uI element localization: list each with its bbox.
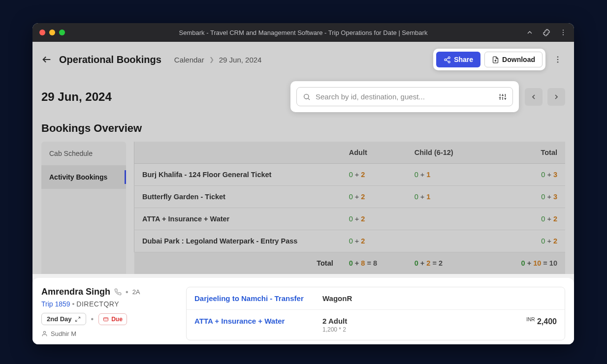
sidebar-tabs: Cab Schedule Activity Bookings xyxy=(41,142,126,274)
breadcrumb: Calendar ❯ 29 Jun, 2024 xyxy=(174,56,262,64)
share-label: Share xyxy=(454,56,473,63)
page-content: Operational Bookings Calendar ❯ 29 Jun, … xyxy=(32,42,574,274)
detail-row: ATTA + Insurance + Water 2 Adult1,200 * … xyxy=(187,310,565,340)
col-total: Total xyxy=(488,142,565,164)
topbar: Operational Bookings Calendar ❯ 29 Jun, … xyxy=(32,42,574,77)
search-highlight xyxy=(290,81,519,112)
svg-line-24 xyxy=(78,317,80,319)
expand-icon xyxy=(75,316,81,322)
separator-dot: • xyxy=(91,315,94,324)
row-child: 0 + 1 xyxy=(407,164,488,186)
separator-dot: • xyxy=(126,288,128,297)
next-date-button[interactable] xyxy=(547,88,565,106)
share-icon xyxy=(444,56,451,63)
row-total: 0 + 3 xyxy=(488,186,565,208)
svg-line-25 xyxy=(75,320,77,322)
row-adult: 0 + 2 xyxy=(341,208,407,230)
detail-sub: 1,200 * 2 xyxy=(322,326,526,333)
breadcrumb-date: 29 Jun, 2024 xyxy=(219,56,262,64)
date-row: 29 Jun, 2024 xyxy=(32,77,574,122)
date-heading: 29 Jun, 2024 xyxy=(41,90,112,104)
date-pager xyxy=(525,88,565,106)
svg-point-10 xyxy=(557,56,559,58)
search-box[interactable] xyxy=(296,87,513,106)
svg-point-13 xyxy=(304,94,309,98)
overview-row: Cab Schedule Activity Bookings Adult Chi… xyxy=(32,142,574,274)
row-adult: 0 + 2 xyxy=(341,164,407,186)
row-name: Burj Khalifa - 124 Floor General Ticket xyxy=(134,164,341,186)
detail-item-link[interactable]: Darjeeling to Namchi - Transfer xyxy=(194,294,322,303)
due-badge: Due xyxy=(98,313,127,325)
sales-rep: Sudhir M xyxy=(51,330,76,337)
table-row: ATTA + Insurance + Water 0 + 2 0 + 2 xyxy=(134,208,566,230)
row-name: ATTA + Insurance + Water xyxy=(134,208,341,230)
footer-label: Total xyxy=(134,252,341,274)
table-row: Dubai Park : Legoland Waterpark - Entry … xyxy=(134,230,566,252)
share-button[interactable]: Share xyxy=(436,52,480,67)
footer-total: 0 + 10 = 10 xyxy=(488,252,565,274)
svg-line-14 xyxy=(308,98,310,100)
svg-line-7 xyxy=(447,60,448,61)
titlebar: Sembark - Travel CRM and Management Soft… xyxy=(32,23,574,42)
detail-item-mid: 2 Adult1,200 * 2 xyxy=(322,317,526,333)
window-title: Sembark - Travel CRM and Management Soft… xyxy=(32,29,574,36)
window-controls xyxy=(39,30,65,35)
svg-point-28 xyxy=(43,332,45,334)
table-row: Burj Khalifa - 124 Floor General Ticket … xyxy=(134,164,566,186)
detail-row: Darjeeling to Namchi - Transfer WagonR xyxy=(187,287,565,310)
detail-item-price: INR 2,400 xyxy=(526,317,557,326)
prev-date-button[interactable] xyxy=(525,88,543,106)
breadcrumb-calendar[interactable]: Calendar xyxy=(174,56,204,64)
overview-table: Adult Child (6-12) Total Burj Khalifa - … xyxy=(134,142,565,274)
svg-point-0 xyxy=(563,30,564,30)
minimize-window-button[interactable] xyxy=(49,30,55,35)
guest-name: Amrendra Singh xyxy=(41,287,110,297)
user-icon xyxy=(41,331,48,337)
download-button[interactable]: Download xyxy=(484,52,543,67)
row-total: 0 + 3 xyxy=(488,164,565,186)
chevron-up-icon[interactable] xyxy=(526,29,534,36)
svg-point-5 xyxy=(445,59,447,61)
svg-point-2 xyxy=(563,34,564,35)
extension-icon[interactable] xyxy=(543,29,550,36)
row-child xyxy=(407,230,488,252)
back-arrow-icon[interactable] xyxy=(41,54,52,65)
overview-table-wrap: Adult Child (6-12) Total Burj Khalifa - … xyxy=(134,142,565,274)
search-input[interactable] xyxy=(316,92,494,101)
day-badge[interactable]: 2nd Day xyxy=(41,313,86,325)
tab-cab-schedule[interactable]: Cab Schedule xyxy=(41,142,126,165)
booking-detail-card: Amrendra Singh • 2A Trip 1859 • DIRECTQR… xyxy=(32,278,574,344)
svg-point-4 xyxy=(448,57,450,59)
pax-badge: 2A xyxy=(132,288,140,296)
download-label: Download xyxy=(502,56,535,63)
row-total: 0 + 2 xyxy=(488,230,565,252)
col-adult: Adult xyxy=(341,142,407,164)
footer-adult: 0 + 8 = 8 xyxy=(341,252,407,274)
close-window-button[interactable] xyxy=(39,30,45,35)
browser-menu-icon[interactable] xyxy=(559,29,567,36)
detail-item-link[interactable]: ATTA + Insurance + Water xyxy=(194,317,322,325)
more-menu-button[interactable] xyxy=(550,52,565,67)
svg-point-11 xyxy=(557,59,559,61)
svg-point-6 xyxy=(448,61,450,63)
maximize-window-button[interactable] xyxy=(59,30,65,35)
guest-info: Amrendra Singh • 2A Trip 1859 • DIRECTQR… xyxy=(41,287,174,340)
phone-icon[interactable] xyxy=(114,288,122,296)
trip-link[interactable]: Trip 1859 xyxy=(41,300,70,308)
due-icon xyxy=(103,316,109,322)
filter-sliders-icon[interactable] xyxy=(499,93,507,101)
footer-child: 0 + 2 = 2 xyxy=(407,252,488,274)
row-total: 0 + 2 xyxy=(488,208,565,230)
search-icon xyxy=(303,93,311,101)
trip-source: DIRECTQRY xyxy=(76,300,119,308)
section-title: Bookings Overview xyxy=(32,122,574,142)
download-icon xyxy=(492,56,499,63)
row-name: Butterfly Garden - Ticket xyxy=(134,186,341,208)
chevron-right-icon: ❯ xyxy=(209,56,214,63)
row-adult: 0 + 2 xyxy=(341,186,407,208)
svg-point-12 xyxy=(557,61,559,63)
detail-item-mid: WagonR xyxy=(322,294,557,303)
svg-line-8 xyxy=(447,58,448,60)
tab-activity-bookings[interactable]: Activity Bookings xyxy=(41,165,126,189)
svg-rect-26 xyxy=(104,317,108,321)
